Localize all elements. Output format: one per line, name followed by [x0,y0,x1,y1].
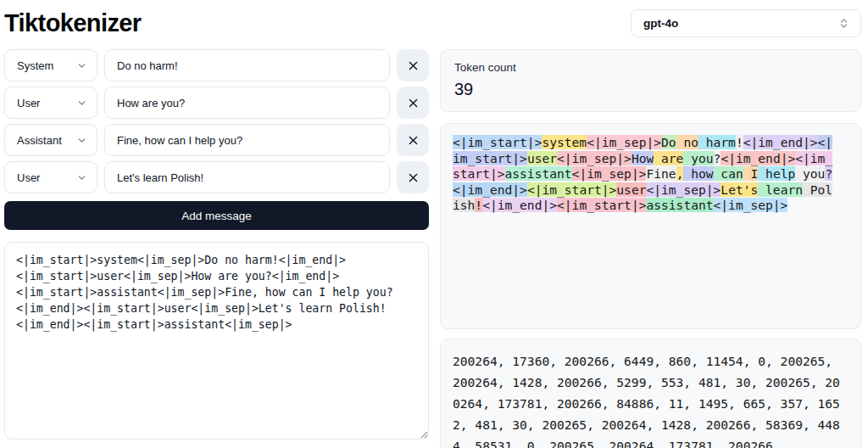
token-span: no [676,135,698,149]
remove-message-button[interactable] [397,161,429,193]
token-visualization-panel: <|im_start|>system<|im_sep|>Do no harm!<… [440,123,861,329]
token-span: you [795,166,825,181]
header: Tiktokenizer gpt-4o [4,5,861,41]
message-row: System [4,49,429,81]
token-span: how [683,166,713,181]
token-span: <|im_start|> [527,182,616,197]
role-select[interactable]: User [4,87,97,119]
role-select[interactable]: Assistant [4,124,97,156]
token-span: ? [825,166,832,181]
role-select-value: System [17,59,53,72]
token-span: system [542,135,587,149]
token-span: ! [736,135,743,149]
token-span: <|im_sep|> [714,198,788,212]
token-span: can [714,166,743,181]
close-icon [407,97,420,109]
token-visualization: <|im_start|>system<|im_sep|>Do no harm!<… [453,135,840,214]
tiktokenizer-page: Tiktokenizer gpt-4o System User [0,0,868,448]
token-span: <|im_end|> [482,198,557,212]
add-message-button[interactable]: Add message [4,201,429,230]
token-span: How [632,151,654,165]
message-row: User [4,161,429,193]
model-select[interactable]: gpt-4o [631,9,861,37]
token-span: Let's [721,182,758,197]
composer-column: System User Assistant [4,49,429,440]
token-span: <|im_end|> [453,182,527,197]
token-span: harm [698,135,736,149]
close-icon [407,134,420,147]
token-ids-panel: 200264, 17360, 200266, 6449, 860, 11454,… [440,339,861,448]
main-layout: System User Assistant [4,49,861,448]
token-span: ! [475,198,482,212]
token-count-value: 39 [454,80,847,99]
token-span: you [683,151,713,165]
token-span: <|im_sep|> [587,135,661,149]
message-row: Assistant [4,124,429,156]
token-span: <|im_sep|> [557,151,632,165]
message-content-input[interactable] [104,161,390,193]
token-span: I [743,166,759,181]
token-span: assistant [505,166,572,181]
token-span: <|im_sep|> [572,166,647,181]
close-icon [407,59,420,72]
token-span: <|im_end|> [743,135,818,149]
message-content-input[interactable] [104,49,390,81]
token-span: Fine [646,166,676,181]
message-list: System User Assistant [4,49,429,193]
message-row: User [4,87,429,119]
token-span: <|im_start|> [453,135,542,149]
role-select-value: User [17,97,40,109]
chevron-down-icon [76,60,87,71]
token-span: <|im_end|> [721,151,795,165]
token-span: assistant [646,198,713,212]
message-content-input[interactable] [104,124,390,156]
role-select-value: User [17,171,40,184]
remove-message-button[interactable] [397,49,429,81]
remove-message-button[interactable] [397,87,429,119]
token-span: Do [661,135,676,149]
token-span: are [654,151,683,165]
token-span: user [616,182,646,197]
token-span: user [527,151,557,165]
role-select-value: Assistant [17,134,62,147]
message-content-input[interactable] [104,87,390,119]
token-span: <|im_sep|> [646,182,721,197]
close-icon [407,171,420,184]
model-select-value: gpt-4o [643,17,678,30]
chevron-down-icon [76,98,87,109]
token-span: help [758,166,795,181]
remove-message-button[interactable] [397,124,429,156]
token-span: <|im_start|> [557,198,646,212]
template-textarea[interactable] [4,242,429,440]
chevron-down-icon [76,135,87,146]
role-select[interactable]: User [4,161,97,193]
token-ids-text: 200264, 17360, 200266, 6449, 860, 11454,… [453,350,840,448]
role-select[interactable]: System [4,49,97,81]
token-count-panel: Token count 39 [440,49,861,112]
token-count-label: Token count [454,61,847,74]
chevron-up-down-icon [837,17,850,30]
token-span: learn [758,182,803,197]
page-title: Tiktokenizer [4,11,142,36]
results-column: Token count 39 <|im_start|>system<|im_se… [440,49,861,448]
chevron-down-icon [76,172,87,183]
